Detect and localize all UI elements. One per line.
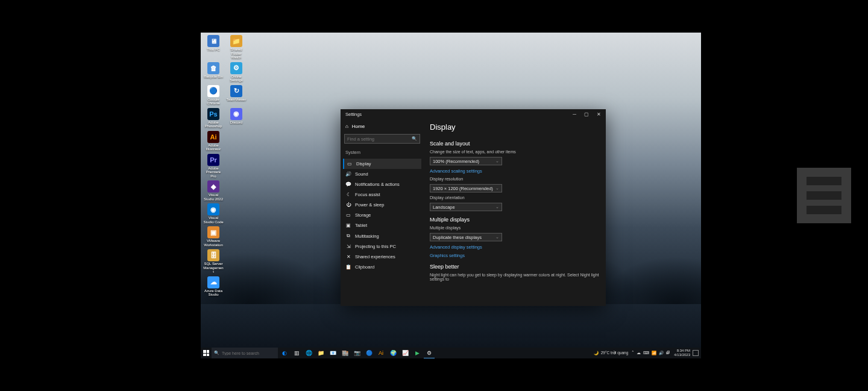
scale-dropdown[interactable]: 100% (Recommended) ⌄ [430,157,502,165]
sidebar-item-label: Power & sleep [355,202,384,208]
settings-search-input[interactable] [347,136,412,142]
sidebar-item-icon: ▭ [345,212,351,218]
settings-window: Settings ─ ▢ ✕ ⌂ Home 🔍 System ▭Display🔊… [341,109,606,306]
multiple-displays-value: Duplicate these displays [433,235,482,240]
desktop-icon[interactable]: ↻TeamViewer [226,85,247,106]
sidebar-item-power-sleep[interactable]: ⏻Power & sleep [343,200,421,210]
sidebar-item-multitasking[interactable]: ⧉Multitasking [343,230,421,241]
desktop-icon-label: Online Settings [226,75,247,83]
weather-text[interactable]: 29°C trời quang [601,351,629,355]
sidebar-item-icon: ⧉ [345,233,351,239]
taskbar: 🔍 ◐▥🌐📁📧🏬📷🔵Ai🌍📈▶⚙ 🌙 29°C trời quang ˄☁⌨📶🔊… [201,348,701,358]
scale-value: 100% (Recommended) [433,159,479,164]
desktop-icon[interactable]: AiAdobe Illustrator [203,131,224,151]
taskbar-app-mail[interactable]: 📧 [327,348,338,358]
desktop-icon[interactable]: 🗄SQL Server Management [203,249,224,274]
taskbar-clock[interactable]: 8:34 PM 4/13/2023 [674,349,690,357]
tray-icon[interactable]: 🗊 [666,351,670,355]
taskbar-app-app1[interactable]: 📈 [400,348,410,358]
sidebar-item-notifications-actions[interactable]: 💬Notifications & actions [343,179,421,189]
app-icon: 🗄 [207,249,219,261]
sidebar-item-sound[interactable]: 🔊Sound [343,169,421,179]
tray-icon[interactable]: ☁ [637,351,641,355]
advanced-scaling-link[interactable]: Advanced scaling settings [430,168,600,174]
desktop-icon[interactable]: ☁Azure Data Studio [203,276,224,297]
sidebar-item-icon: 💬 [345,182,351,187]
sidebar-item-projecting-to-this-pc[interactable]: ⇲Projecting to this PC [343,241,421,252]
chevron-down-icon: ⌄ [495,205,499,209]
taskbar-search-input[interactable] [222,351,275,355]
multiple-displays-heading: Multiple displays [430,217,600,223]
sidebar-item-storage[interactable]: ▭Storage [343,210,421,220]
app-icon: 📁 [230,35,242,47]
action-center-icon[interactable] [693,350,699,356]
taskbar-app-cortana[interactable]: ◐ [279,348,290,358]
sidebar-item-icon: 🔊 [345,171,351,177]
desktop-icon[interactable]: ▣VMware Workstation [203,226,224,247]
taskbar-app-settings[interactable]: ⚙ [424,348,435,358]
sidebar-item-icon: ✕ [345,254,351,259]
tray-icon[interactable]: ⌨ [643,351,649,355]
sidebar-item-display[interactable]: ▭Display [343,159,421,169]
resolution-dropdown[interactable]: 1920 × 1200 (Recommended) ⌄ [430,184,502,192]
tray-icon[interactable]: 🔊 [659,351,664,355]
app-icon: Pr [207,154,219,166]
taskbar-app-app2[interactable]: ▶ [412,348,423,358]
taskbar-app-camera[interactable]: 📷 [351,348,362,358]
graphics-settings-link[interactable]: Graphics settings [430,253,600,258]
start-button[interactable] [201,348,212,358]
sidebar-item-icon: 📋 [345,264,351,270]
app-icon: ▣ [207,226,219,238]
desktop-icon[interactable]: PsAdobe Photoshop [203,108,224,129]
maximize-button[interactable]: ▢ [580,109,593,119]
sidebar-item-label: Shared experiences [355,254,395,259]
desktop-icon[interactable]: 📁Shared Folder Watch [226,35,247,60]
app-icon: ◉ [230,108,242,120]
taskbar-apps: ◐▥🌐📁📧🏬📷🔵Ai🌍📈▶⚙ [279,348,435,358]
sidebar-item-label: Storage [355,212,371,218]
orientation-dropdown[interactable]: Landscape ⌄ [430,203,502,211]
desktop-icon-label: Google Chrome [203,98,224,106]
taskbar-app-edge[interactable]: 🌐 [303,348,314,358]
taskbar-app-illustrator[interactable]: Ai [376,348,386,358]
home-icon: ⌂ [345,124,348,129]
multiple-displays-dropdown[interactable]: Duplicate these displays ⌄ [430,233,502,241]
minimize-button[interactable]: ─ [568,109,580,119]
page-title: Display [430,122,600,132]
sidebar-item-label: Tablet [355,223,367,228]
taskbar-app-chrome[interactable]: 🔵 [363,348,374,358]
sidebar-item-tablet[interactable]: ▣Tablet [343,220,421,230]
menu-overlay-icon[interactable] [797,168,851,223]
tray-icon[interactable]: ˄ [632,351,634,355]
taskbar-app-browser[interactable]: 🌍 [388,348,398,358]
settings-search[interactable]: 🔍 [344,134,420,144]
window-title: Settings [345,112,362,117]
desktop-icon[interactable]: ◆Visual Studio 2022 [203,180,224,201]
advanced-display-link[interactable]: Advanced display settings [430,244,600,250]
desktop-icon[interactable]: 🖥This PC [203,35,224,60]
sidebar-item-label: Multitasking [355,234,379,239]
resolution-value: 1920 × 1200 (Recommended) [433,186,493,191]
desktop-icon[interactable]: ◉Visual Studio Code [203,203,224,224]
sidebar-item-focus-assist[interactable]: ☾Focus assist [343,189,421,200]
desktop-icon[interactable]: 🔵Google Chrome [203,85,224,106]
sidebar-item-icon: ⏻ [345,202,351,208]
tray-icon[interactable]: 📶 [652,351,656,355]
close-button[interactable]: ✕ [593,109,605,119]
desktop-icon[interactable]: PrAdobe Premiere Pro [203,154,224,179]
desktop-icon-label: Azure Data Studio [203,289,224,297]
taskbar-search[interactable]: 🔍 [212,348,278,358]
taskbar-app-store[interactable]: 🏬 [339,348,350,358]
app-icon: 🗑 [207,62,219,74]
window-titlebar[interactable]: Settings ─ ▢ ✕ [341,109,606,119]
desktop-icon-label: Adobe Premiere Pro [203,167,224,179]
desktop-icon[interactable]: 🗑Recycle Bin [203,62,224,83]
sidebar-item-shared-experiences[interactable]: ✕Shared experiences [343,252,421,262]
sidebar-home[interactable]: ⌂ Home [343,121,421,132]
weather-icon[interactable]: 🌙 [594,351,599,355]
sidebar-item-clipboard[interactable]: 📋Clipboard [343,262,421,272]
desktop-icon[interactable]: ⚙Online Settings [226,62,247,83]
desktop-icon[interactable]: ◉Discord [226,108,247,129]
taskbar-app-task-view[interactable]: ▥ [291,348,302,358]
taskbar-app-file-explorer[interactable]: 📁 [315,348,326,358]
